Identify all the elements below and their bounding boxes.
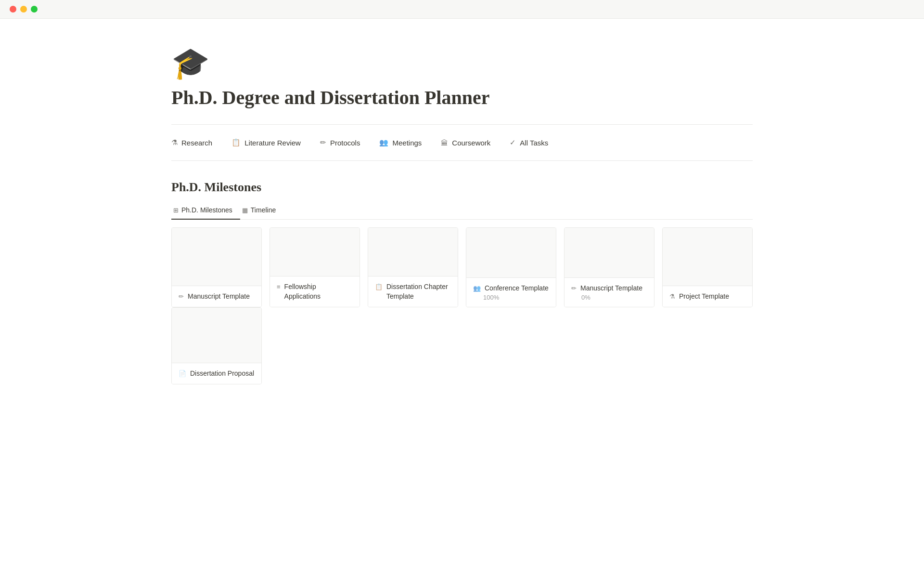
card-icon-dissertation-chapter-template: 📋	[375, 283, 383, 291]
card-title-manuscript-template-2: Manuscript Template	[580, 284, 642, 293]
card-footer-dissertation-proposal: 📄 Dissertation Proposal	[172, 363, 261, 384]
nav-tab-label-research: Research	[181, 139, 212, 147]
card-icon-project-template: ⚗	[669, 292, 675, 301]
grid-icon: ⊞	[173, 207, 179, 214]
card-preview-manuscript-template-2	[565, 228, 654, 277]
coursework-icon: 🏛	[441, 139, 448, 147]
card-icon-conference-template: 👥	[473, 284, 481, 293]
timeline-icon: ▦	[242, 207, 248, 214]
card-icon-manuscript-template-2: ✏	[571, 284, 577, 293]
cards-grid: ✏ Manuscript Template ≡ Fellowship Appli…	[171, 227, 753, 307]
card-preview-dissertation-proposal	[172, 308, 261, 362]
card-footer-dissertation-chapter-template: 📋 Dissertation Chapter Template	[368, 276, 458, 307]
close-button[interactable]	[10, 6, 16, 13]
minimize-button[interactable]	[20, 6, 27, 13]
meetings-icon: 👥	[379, 138, 388, 147]
main-content: 🎓 Ph.D. Degree and Dissertation Planner …	[125, 19, 799, 413]
nav-tab-label-protocols: Protocols	[330, 139, 360, 147]
card-fellowship-applications[interactable]: ≡ Fellowship Applications	[270, 227, 360, 307]
nav-tabs: ⚗ Research 📋 Literature Review ✏ Protoco…	[171, 132, 753, 153]
nav-tab-research[interactable]: ⚗ Research	[171, 138, 212, 147]
section-title: Ph.D. Milestones	[171, 180, 753, 195]
top-divider	[171, 124, 753, 125]
card-title-manuscript-template-1: Manuscript Template	[188, 292, 250, 302]
nav-tab-label-all-tasks: All Tasks	[520, 139, 548, 147]
card-conference-template[interactable]: 👥 Conference Template 100%	[466, 227, 556, 307]
card-title-conference-template: Conference Template	[485, 284, 549, 293]
protocols-icon: ✏	[320, 138, 326, 147]
card-label-fellowship-applications: ≡ Fellowship Applications	[277, 282, 353, 301]
cards-row-2: 📄 Dissertation Proposal	[171, 307, 753, 384]
card-dissertation-chapter-template[interactable]: 📋 Dissertation Chapter Template	[368, 227, 458, 307]
card-title-project-template: Project Template	[679, 292, 729, 302]
card-sub-conference-template: 100%	[473, 294, 549, 301]
nav-tab-protocols[interactable]: ✏ Protocols	[320, 138, 360, 147]
card-manuscript-template-1[interactable]: ✏ Manuscript Template	[171, 227, 262, 307]
nav-tab-all-tasks[interactable]: ✓ All Tasks	[510, 138, 548, 147]
card-label-conference-template: 👥 Conference Template	[473, 284, 549, 293]
card-footer-fellowship-applications: ≡ Fellowship Applications	[270, 276, 359, 307]
milestones-section: Ph.D. Milestones ⊞ Ph.D. Milestones ▦ Ti…	[171, 180, 753, 384]
title-bar	[0, 0, 924, 19]
card-footer-manuscript-template-1: ✏ Manuscript Template	[172, 286, 261, 307]
card-preview-fellowship-applications	[270, 228, 359, 276]
card-preview-dissertation-chapter-template	[368, 228, 458, 276]
card-label-project-template: ⚗ Project Template	[669, 292, 745, 302]
card-dissertation-proposal[interactable]: 📄 Dissertation Proposal	[171, 307, 262, 384]
card-manuscript-template-2[interactable]: ✏ Manuscript Template 0%	[564, 227, 654, 307]
literature-review-icon: 📋	[231, 138, 241, 147]
view-tabs: ⊞ Ph.D. Milestones ▦ Timeline	[171, 202, 753, 220]
tab-phd-milestones-label: Ph.D. Milestones	[181, 206, 232, 214]
card-footer-conference-template: 👥 Conference Template 100%	[466, 277, 556, 307]
traffic-lights	[10, 6, 38, 13]
card-sub-manuscript-template-2: 0%	[571, 294, 647, 301]
card-icon-fellowship-applications: ≡	[277, 283, 281, 291]
card-label-manuscript-template-1: ✏ Manuscript Template	[179, 292, 255, 302]
card-label-dissertation-chapter-template: 📋 Dissertation Chapter Template	[375, 282, 451, 301]
nav-tab-meetings[interactable]: 👥 Meetings	[379, 138, 422, 147]
maximize-button[interactable]	[31, 6, 38, 13]
card-preview-project-template	[663, 228, 752, 286]
research-icon: ⚗	[171, 138, 178, 147]
card-preview-manuscript-template-1	[172, 228, 261, 286]
nav-divider	[171, 160, 753, 161]
card-project-template[interactable]: ⚗ Project Template	[662, 227, 753, 307]
card-label-manuscript-template-2: ✏ Manuscript Template	[571, 284, 647, 293]
tab-timeline-label: Timeline	[251, 206, 276, 214]
card-icon-manuscript-template-1: ✏	[179, 292, 184, 301]
card-icon-dissertation-proposal: 📄	[179, 369, 186, 378]
card-preview-conference-template	[466, 228, 556, 277]
card-label-dissertation-proposal: 📄 Dissertation Proposal	[179, 369, 255, 379]
card-footer-project-template: ⚗ Project Template	[663, 286, 752, 307]
all-tasks-icon: ✓	[510, 138, 516, 147]
nav-tab-literature-review[interactable]: 📋 Literature Review	[231, 138, 301, 147]
nav-tab-coursework[interactable]: 🏛 Coursework	[441, 139, 490, 147]
card-title-fellowship-applications: Fellowship Applications	[284, 282, 353, 301]
page-title: Ph.D. Degree and Dissertation Planner	[171, 86, 753, 109]
nav-tab-label-coursework: Coursework	[452, 139, 490, 147]
tab-phd-milestones[interactable]: ⊞ Ph.D. Milestones	[171, 202, 240, 220]
card-footer-manuscript-template-2: ✏ Manuscript Template 0%	[565, 277, 654, 307]
card-title-dissertation-chapter-template: Dissertation Chapter Template	[386, 282, 451, 301]
page-icon: 🎓	[171, 48, 753, 79]
card-title-dissertation-proposal: Dissertation Proposal	[190, 369, 254, 379]
nav-tab-label-meetings: Meetings	[392, 139, 422, 147]
nav-tab-label-literature-review: Literature Review	[244, 139, 301, 147]
tab-timeline[interactable]: ▦ Timeline	[240, 202, 283, 220]
